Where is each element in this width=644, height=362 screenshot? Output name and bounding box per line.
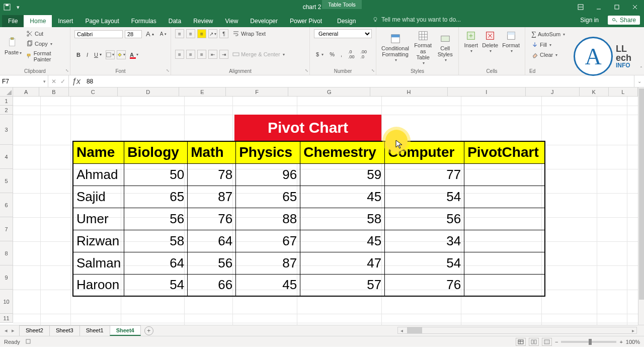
column-header[interactable]: C — [69, 87, 118, 96]
row-header[interactable]: 9 — [0, 265, 13, 290]
horizontal-scroll-thumb[interactable] — [407, 327, 422, 333]
row-header[interactable]: 5 — [0, 169, 13, 193]
horizontal-scrollbar[interactable]: ◂ ▸ — [397, 327, 637, 334]
table-cell[interactable] — [464, 163, 545, 186]
vertical-scrollbar[interactable] — [638, 87, 644, 325]
tab-data[interactable]: Data — [163, 15, 187, 27]
table-cell[interactable]: 76 — [188, 208, 236, 230]
column-header[interactable]: K — [580, 87, 609, 96]
table-header[interactable]: Biology — [124, 141, 188, 163]
decrease-indent-button[interactable]: ⇤ — [208, 50, 217, 59]
font-size-combo[interactable] — [125, 30, 142, 38]
table-cell[interactable]: 77 — [385, 163, 464, 186]
fill-button[interactable]: Fill — [529, 40, 567, 49]
align-center-button[interactable]: ≡ — [186, 50, 195, 59]
table-row[interactable]: Umer5676885856 — [73, 208, 545, 230]
row-header[interactable]: 7 — [0, 217, 13, 241]
tab-formulas[interactable]: Formulas — [125, 15, 163, 27]
number-dialog-launcher[interactable]: ⤡ — [371, 68, 375, 73]
worksheet-grid[interactable]: ABCDEFGHIJKL 1234567891011 Pivot Chart N… — [0, 87, 644, 325]
table-cell[interactable]: 45 — [300, 186, 385, 208]
clipboard-dialog-launcher[interactable]: ⤡ — [65, 68, 69, 73]
table-cell[interactable]: 47 — [300, 252, 385, 274]
sheet-nav-prev-icon[interactable]: ▸ — [10, 327, 16, 334]
table-cell[interactable] — [464, 208, 545, 230]
formula-bar[interactable]: 88 — [84, 75, 634, 87]
minimize-button[interactable] — [590, 0, 608, 14]
number-format-combo[interactable]: General — [314, 29, 372, 38]
tell-me-search[interactable]: Tell me what you want to do... — [372, 16, 461, 23]
shrink-font-button[interactable]: A▾ — [158, 30, 169, 38]
share-button[interactable]: Share — [608, 16, 640, 25]
table-cell[interactable] — [464, 230, 545, 252]
zoom-level[interactable]: 100% — [626, 339, 640, 345]
column-header[interactable]: D — [118, 87, 179, 96]
table-cell[interactable]: 65 — [124, 186, 188, 208]
row-headers[interactable]: 1234567891011 — [0, 97, 13, 323]
align-right-button[interactable]: ≡ — [197, 50, 206, 59]
table-cell[interactable]: 56 — [124, 208, 188, 230]
copy-button[interactable]: Copy — [24, 39, 66, 48]
sheet-tab[interactable]: Sheet1 — [79, 325, 110, 336]
tab-view[interactable]: View — [219, 15, 245, 27]
tab-power-pivot[interactable]: Power Pivot — [284, 15, 328, 27]
table-header[interactable]: Math — [188, 141, 236, 163]
tab-file[interactable]: File — [2, 15, 24, 27]
table-cell[interactable]: 67 — [236, 230, 300, 252]
column-header[interactable]: H — [370, 87, 447, 96]
format-painter-button[interactable]: Format Painter — [24, 49, 66, 63]
table-header[interactable]: PivotChart — [464, 141, 545, 163]
table-cell[interactable]: 54 — [385, 186, 464, 208]
zoom-out-button[interactable]: − — [555, 339, 558, 345]
ribbon-display-options-icon[interactable] — [572, 0, 590, 14]
table-cell[interactable]: 64 — [188, 230, 236, 252]
maximize-button[interactable] — [608, 0, 626, 14]
macro-record-icon[interactable] — [25, 338, 31, 345]
table-cell[interactable]: 54 — [385, 252, 464, 274]
qat-dropdown-icon[interactable]: ▾ — [14, 3, 22, 11]
vertical-scroll-thumb[interactable] — [639, 88, 644, 300]
delete-cells-button[interactable]: Delete — [481, 29, 499, 55]
page-break-view-button[interactable] — [542, 338, 552, 346]
tab-page-layout[interactable]: Page Layout — [79, 15, 125, 27]
column-header[interactable]: L — [609, 87, 638, 96]
row-header[interactable]: 3 — [0, 115, 13, 145]
table-row[interactable]: Rizwan5864674534 — [73, 230, 545, 252]
cell-styles-button[interactable]: Cell Styles — [436, 32, 454, 64]
table-cell[interactable]: 65 — [236, 186, 300, 208]
table-cell[interactable]: 57 — [300, 274, 385, 296]
sign-in-link[interactable]: Sign in — [580, 17, 599, 24]
sheet-tab[interactable]: Sheet4 — [110, 325, 141, 336]
table-cell[interactable] — [464, 252, 545, 274]
table-cell[interactable]: 76 — [385, 274, 464, 296]
column-header[interactable]: F — [226, 87, 288, 96]
expand-formula-bar-button[interactable]: ⌄ — [634, 75, 644, 87]
column-headers[interactable]: ABCDEFGHIJKL — [13, 87, 638, 97]
italic-button[interactable]: I — [85, 51, 90, 59]
tab-review[interactable]: Review — [187, 15, 219, 27]
normal-view-button[interactable] — [516, 338, 526, 346]
table-header[interactable]: Name — [73, 141, 124, 163]
table-cell[interactable]: 34 — [385, 230, 464, 252]
column-header[interactable]: A — [13, 87, 39, 96]
format-cells-button[interactable]: Format — [501, 29, 521, 55]
align-top-button[interactable]: ≡ — [175, 29, 184, 38]
table-cell[interactable]: 87 — [188, 186, 236, 208]
column-header[interactable]: J — [526, 87, 580, 96]
collapse-ribbon-button[interactable]: ˆ — [640, 66, 642, 74]
cut-button[interactable]: Cut — [24, 29, 66, 38]
save-icon[interactable] — [3, 3, 11, 11]
sheet-nav-first-icon[interactable]: ◂ — [3, 327, 9, 334]
bold-button[interactable]: B — [74, 51, 83, 59]
column-header[interactable]: I — [448, 87, 526, 96]
row-header[interactable]: 4 — [0, 145, 13, 169]
table-cell[interactable] — [464, 274, 545, 296]
cancel-formula-icon[interactable]: ✕ — [51, 78, 56, 85]
table-row[interactable]: Ahmad5078965977 — [73, 163, 545, 186]
data-table[interactable]: NameBiologyMathPhysicsChemestryComputerP… — [72, 141, 545, 297]
decrease-decimal-button[interactable]: .00.0 — [358, 48, 369, 60]
table-cell[interactable]: 58 — [300, 208, 385, 230]
column-header[interactable]: G — [288, 87, 370, 96]
table-cell[interactable]: Salman — [73, 252, 124, 274]
page-layout-view-button[interactable] — [529, 338, 539, 346]
